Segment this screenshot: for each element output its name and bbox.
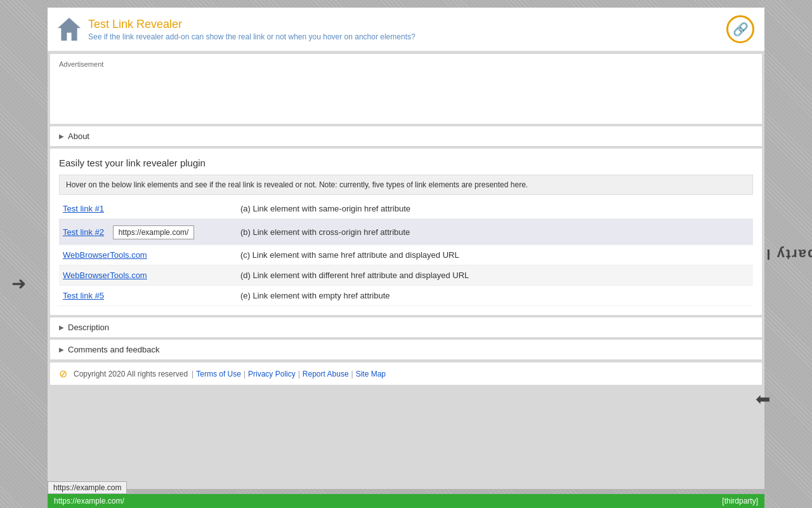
status-bar: https://example.com/ [thirdparty] [48, 494, 764, 508]
home-icon [58, 18, 81, 41]
footer-copyright: Copyright 2020 All rights reserved [74, 370, 188, 378]
link-cell-1: Test link #1 [63, 204, 240, 213]
main-content: Easily test your link revealer plugin Ho… [50, 149, 762, 315]
header: Test Link Revealer See if the link revea… [48, 8, 764, 51]
content-area: Advertisement ▶ About Easily test your l… [48, 51, 764, 489]
page-title: Test Link Revealer [88, 18, 726, 31]
footer-sep-3: | [298, 370, 300, 378]
link-cell-2: Test link #2 https://example.com/ [63, 224, 240, 239]
comments-label: Comments and feedback [68, 345, 160, 354]
test-link-3[interactable]: WebBrowserTools.com [63, 250, 147, 260]
privacy-link[interactable]: Privacy Policy [248, 370, 296, 378]
link-cell-3: WebBrowserTools.com [63, 250, 240, 260]
test-link-5[interactable]: Test link #5 [63, 291, 104, 300]
page-subtitle: See if the link revealer add-on can show… [88, 32, 726, 41]
desc-cell-5: (e) Link element with empty href attribu… [240, 291, 749, 300]
test-link-1[interactable]: Test link #1 [63, 204, 104, 213]
footer-icon: ⊘ [59, 368, 67, 380]
link-row-2: Test link #2 https://example.com/ (b) Li… [59, 219, 753, 245]
footer-sep-4: | [351, 370, 353, 378]
main-container: Test Link Revealer See if the link revea… [48, 8, 764, 489]
about-arrow-icon: ▶ [59, 133, 64, 140]
status-tag: [thirdparty] [722, 497, 758, 505]
about-label: About [68, 131, 89, 141]
comments-section[interactable]: ▶ Comments and feedback [50, 340, 762, 359]
desc-cell-3: (c) Link element with same href attribut… [240, 250, 749, 260]
link-row-3: WebBrowserTools.com (c) Link element wit… [59, 245, 753, 265]
desc-cell-4: (d) Link element with different href att… [240, 271, 749, 280]
footer-sep-1: | [192, 370, 193, 378]
link-cell-4: WebBrowserTools.com [63, 271, 240, 280]
ad-block: Advertisement [50, 54, 762, 124]
tooltip-box-2: https://example.com/ [113, 225, 195, 239]
title-part1: Test Link [88, 18, 136, 30]
description-arrow-icon: ▶ [59, 324, 64, 331]
right-arrow-icon: ⬅ [756, 389, 770, 410]
description-section[interactable]: ▶ Description [50, 318, 762, 337]
link-row-4: WebBrowserTools.com (d) Link element wit… [59, 265, 753, 286]
report-abuse-link[interactable]: Report Abuse [303, 370, 349, 378]
title-highlight: Revealer [136, 18, 182, 30]
link-row-1: Test link #1 (a) Link element with same-… [59, 199, 753, 219]
footer: ⊘ Copyright 2020 All rights reserved | T… [50, 362, 762, 385]
comments-arrow-icon: ▶ [59, 346, 64, 353]
test-link-2[interactable]: Test link #2 [63, 227, 104, 237]
desc-cell-2: (b) Link element with cross-origin href … [240, 227, 749, 237]
header-text: Test Link Revealer See if the link revea… [88, 18, 726, 41]
terms-link[interactable]: Terms of Use [196, 370, 241, 378]
about-section[interactable]: ▶ About [50, 126, 762, 146]
test-link-4[interactable]: WebBrowserTools.com [63, 271, 147, 280]
sitemap-link[interactable]: Site Map [356, 370, 386, 378]
link-row-5: Test link #5 (e) Link element with empty… [59, 286, 753, 306]
description-label: Description [68, 323, 109, 332]
desc-cell-1: (a) Link element with same-origin href a… [240, 204, 749, 213]
info-box: Hover on the below link elements and see… [59, 175, 753, 195]
status-url: https://example.com/ [54, 497, 124, 505]
ad-label: Advertisement [59, 60, 753, 68]
browser-status-tooltip: https://example.com [48, 481, 127, 494]
link-cell-5: Test link #5 [63, 291, 240, 300]
left-arrow-icon: ➜ [11, 273, 26, 294]
main-heading: Easily test your link revealer plugin [59, 157, 753, 168]
footer-sep-2: | [244, 370, 246, 378]
link-icon-button[interactable]: 🔗 [726, 15, 754, 43]
